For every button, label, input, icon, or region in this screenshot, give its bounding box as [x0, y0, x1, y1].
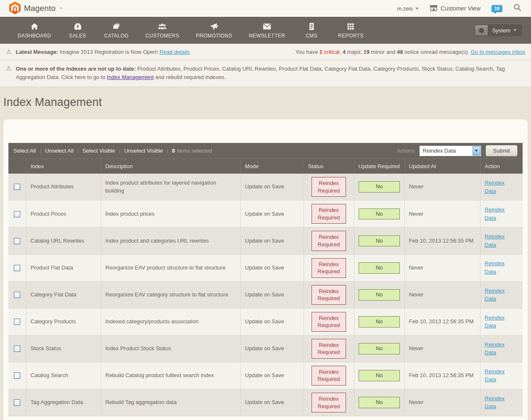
cell-status: Reindex Required [304, 389, 354, 416]
table-row: Catalog URL Rewrites Index product and c… [8, 227, 523, 254]
cell-description: Rebuild Tag aggregation data [101, 389, 240, 416]
reindex-data-link[interactable]: Reindex Data [485, 232, 509, 249]
cell-checkbox [8, 201, 26, 227]
nav-item-cms[interactable]: CMS [293, 22, 330, 39]
actions-select[interactable]: Reindex Data [419, 145, 481, 156]
cell-updated-at: Never [404, 335, 480, 362]
cell-checkbox [8, 389, 26, 416]
reindex-data-link[interactable]: Reindex Data [485, 394, 509, 411]
customers-icon [158, 22, 167, 31]
selected-count-text: items selected [177, 148, 212, 154]
cell-index: Catalog URL Rewrites [26, 227, 101, 254]
user-menu[interactable]: m.zeis [397, 5, 419, 12]
header-checkbox-cell [8, 159, 26, 174]
cell-checkbox [8, 362, 26, 389]
logo-wordmark: Magento [24, 4, 55, 13]
cell-mode: Update on Save [240, 227, 304, 254]
table-row: Tag Aggregation Data Rebuild Tag aggrega… [8, 389, 523, 416]
nav-label: SALES [69, 33, 86, 39]
nav-item-promotions[interactable]: PROMOTIONS [188, 22, 240, 39]
main-nav: DASHBOARD SALES CATALOG CUSTOMERS PROMOT… [0, 17, 531, 44]
actions-label: Actions [397, 148, 415, 154]
row-checkbox[interactable] [14, 319, 20, 325]
reindex-data-link[interactable]: Reindex Data [485, 287, 509, 303]
read-details-link[interactable]: Read details [159, 49, 190, 55]
nav-item-customers[interactable]: CUSTOMERS [137, 22, 188, 39]
select-visible-link[interactable]: Select Visible [82, 148, 115, 154]
nav-label: CUSTOMERS [145, 33, 179, 39]
cell-update-required: No [354, 201, 404, 227]
cell-updated-at: Never [404, 389, 480, 416]
update-required-badge: No [359, 397, 400, 408]
status-badge: Reindex Required [312, 231, 346, 251]
update-required-badge: No [359, 370, 400, 381]
header-action: Action [480, 159, 523, 174]
cell-description: Reorganize EAV category structure to fla… [101, 281, 240, 308]
cell-update-required: No [354, 227, 404, 254]
table-row: Product Prices Index product prices Upda… [8, 201, 523, 227]
notifications-badge[interactable]: 10 [491, 5, 502, 12]
reindex-data-link[interactable]: Reindex Data [485, 314, 509, 330]
header-mode: Mode [240, 159, 304, 174]
cell-update-required: No [354, 335, 404, 362]
select-all-link[interactable]: Select All [13, 148, 36, 154]
cell-action: Reindex Data [480, 254, 523, 281]
row-checkbox[interactable] [14, 399, 20, 406]
header-status: Status [304, 159, 354, 174]
messages-inbox-link[interactable]: Go to messages inbox [471, 49, 525, 55]
cell-mode: Update on Save [240, 335, 304, 362]
cell-status: Reindex Required [304, 174, 354, 201]
summary-text: You have [295, 49, 319, 55]
index-warning-tail: and rebuild required indexes. [154, 74, 226, 80]
system-menu-button[interactable]: System [475, 25, 522, 36]
unselect-all-link[interactable]: Unselect All [45, 148, 74, 154]
cell-checkbox [8, 254, 26, 281]
cms-icon [307, 22, 316, 31]
cell-checkbox [8, 227, 26, 254]
row-checkbox[interactable] [14, 238, 20, 244]
nav-item-newsletter[interactable]: NEWSLETTER [240, 22, 293, 39]
cell-action: Reindex Data [480, 201, 523, 227]
cell-index: Category Flat Data [26, 281, 101, 308]
cell-mode: Update on Save [240, 308, 304, 335]
cell-checkbox [8, 174, 26, 201]
nav-item-dashboard[interactable]: DASHBOARD [9, 22, 60, 39]
row-checkbox[interactable] [14, 184, 20, 190]
cell-description: Reorganize EAV product structure to flat… [101, 254, 240, 281]
reindex-data-link[interactable]: Reindex Data [485, 259, 509, 276]
actions-select-value: Reindex Data [420, 148, 472, 154]
cell-status: Reindex Required [304, 281, 354, 308]
major-count: 4 [343, 49, 346, 55]
nav-item-reports[interactable]: REPORTS [330, 22, 372, 39]
index-management-link[interactable]: Index Management [107, 74, 153, 80]
header-update-required: Update Required [354, 159, 404, 174]
magento-logo: Magento™ [9, 1, 62, 16]
cell-index: Tag Aggregation Data [26, 389, 101, 416]
reindex-data-link[interactable]: Reindex Data [485, 206, 509, 222]
cell-update-required: No [354, 389, 404, 416]
row-checkbox[interactable] [14, 292, 20, 298]
nav-item-catalog[interactable]: CATALOG [96, 22, 137, 39]
home-icon [30, 22, 39, 31]
reindex-data-link[interactable]: Reindex Data [485, 367, 509, 384]
latest-message-label: Latest Message: [16, 49, 58, 55]
search-icon[interactable] [513, 3, 522, 13]
cell-update-required: No [354, 362, 404, 389]
unselect-visible-link[interactable]: Unselect Visible [124, 148, 163, 154]
cell-description: Index Product Stock Status [101, 335, 240, 362]
nav-item-sales[interactable]: SALES [60, 22, 96, 39]
reindex-data-link[interactable]: Reindex Data [485, 179, 509, 195]
cell-description: Index product and categories URL rewrite… [101, 227, 240, 254]
cell-action: Reindex Data [480, 227, 523, 254]
page-title: Index Management [0, 87, 531, 119]
reindex-data-link[interactable]: Reindex Data [485, 341, 509, 357]
row-checkbox[interactable] [14, 372, 20, 379]
row-checkbox[interactable] [14, 346, 20, 352]
customer-view-link[interactable]: Customer View [430, 5, 481, 13]
submit-button[interactable]: Submit [486, 145, 518, 156]
status-badge: Reindex Required [312, 258, 346, 278]
row-checkbox[interactable] [14, 265, 20, 271]
row-checkbox[interactable] [14, 211, 20, 217]
cell-updated-at: Never [404, 201, 480, 227]
nav-label: PROMOTIONS [196, 33, 232, 39]
